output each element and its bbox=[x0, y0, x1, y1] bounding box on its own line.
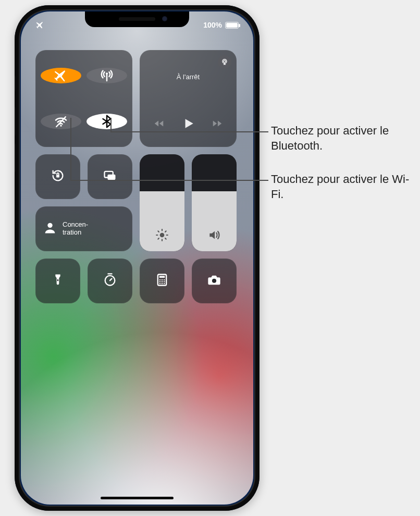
focus-button[interactable]: Concen- tration bbox=[35, 206, 132, 251]
callout-wifi: Touchez pour activer le Wi-Fi. bbox=[271, 172, 417, 202]
airplane-icon bbox=[53, 68, 69, 83]
svg-point-23 bbox=[212, 279, 216, 283]
airplane-mode-toggle[interactable] bbox=[41, 68, 81, 83]
connectivity-group[interactable] bbox=[35, 50, 132, 147]
svg-point-21 bbox=[162, 283, 163, 284]
svg-rect-10 bbox=[57, 279, 58, 281]
orientation-lock-button[interactable] bbox=[35, 154, 80, 199]
camera-icon bbox=[207, 273, 221, 289]
battery-percent-label: 100% bbox=[203, 21, 222, 29]
svg-point-19 bbox=[164, 281, 165, 282]
svg-point-14 bbox=[159, 279, 160, 280]
svg-point-3 bbox=[223, 59, 227, 64]
timer-button[interactable] bbox=[88, 259, 132, 303]
svg-point-1 bbox=[60, 125, 61, 127]
airplay-button[interactable] bbox=[218, 55, 231, 69]
play-button[interactable] bbox=[181, 117, 195, 132]
previous-track-button[interactable] bbox=[153, 118, 165, 131]
svg-point-15 bbox=[162, 279, 163, 280]
calculator-icon bbox=[155, 273, 169, 289]
next-track-button[interactable] bbox=[212, 118, 223, 131]
svg-point-16 bbox=[164, 279, 165, 280]
svg-point-4 bbox=[224, 60, 226, 63]
svg-point-9 bbox=[47, 223, 52, 228]
airplane-status-icon bbox=[35, 20, 45, 31]
volume-up-button bbox=[15, 107, 16, 136]
home-indicator[interactable] bbox=[101, 497, 174, 499]
bluetooth-toggle[interactable] bbox=[87, 114, 127, 129]
notch bbox=[85, 11, 189, 27]
antenna-icon bbox=[99, 68, 115, 83]
leader-line bbox=[70, 180, 268, 181]
orientation-lock-icon bbox=[51, 168, 65, 185]
wifi-toggle[interactable] bbox=[41, 114, 81, 129]
svg-point-8 bbox=[160, 233, 165, 238]
timer-icon bbox=[103, 273, 117, 289]
callout-bluetooth: Touchez pour activer le Bluetooth. bbox=[271, 124, 417, 153]
volume-icon bbox=[207, 228, 221, 244]
volume-down-button bbox=[15, 143, 16, 173]
focus-label: Concen- tration bbox=[63, 221, 88, 237]
volume-slider[interactable] bbox=[192, 154, 237, 251]
screen: 100% bbox=[21, 11, 253, 505]
leader-line bbox=[110, 118, 112, 131]
bluetooth-icon bbox=[99, 114, 115, 129]
leader-line bbox=[110, 131, 268, 132]
cellular-data-toggle[interactable] bbox=[87, 68, 127, 83]
wifi-off-icon bbox=[53, 114, 69, 129]
control-center: À l'arrêt bbox=[35, 50, 239, 303]
svg-rect-7 bbox=[107, 175, 115, 180]
screen-mirroring-icon bbox=[103, 168, 117, 185]
focus-person-icon bbox=[43, 220, 57, 237]
mute-switch bbox=[15, 76, 16, 91]
svg-point-0 bbox=[106, 72, 108, 75]
svg-point-20 bbox=[159, 283, 160, 284]
svg-rect-13 bbox=[159, 276, 165, 278]
brightness-slider[interactable] bbox=[140, 154, 184, 251]
media-controls[interactable]: À l'arrêt bbox=[140, 50, 237, 147]
svg-point-17 bbox=[159, 281, 160, 282]
brightness-icon bbox=[155, 228, 169, 244]
screen-mirroring-button[interactable] bbox=[88, 154, 132, 199]
airplay-icon bbox=[220, 58, 229, 66]
leader-line bbox=[70, 118, 71, 180]
media-title: À l'arrêt bbox=[140, 73, 237, 81]
svg-point-22 bbox=[164, 283, 165, 284]
calculator-button[interactable] bbox=[140, 259, 184, 303]
phone-frame: 100% bbox=[15, 5, 260, 511]
battery-icon bbox=[225, 22, 239, 29]
power-button bbox=[258, 117, 260, 163]
svg-point-18 bbox=[162, 281, 163, 282]
flashlight-icon bbox=[51, 273, 65, 289]
flashlight-button[interactable] bbox=[35, 259, 80, 303]
media-transport bbox=[140, 117, 237, 132]
camera-button[interactable] bbox=[192, 259, 237, 303]
